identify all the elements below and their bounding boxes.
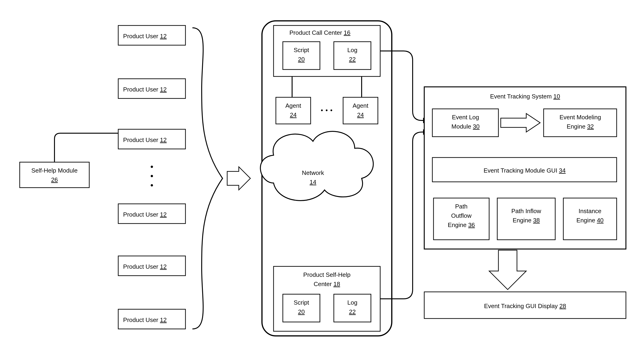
ets-label: Event Tracking System <box>490 93 552 100</box>
svg-text:Engine 38: Engine 38 <box>512 217 540 224</box>
path-outflow-label: Path <box>455 203 468 210</box>
svg-text:Event Tracking System 10: Event Tracking System 10 <box>490 93 560 100</box>
instance-engine-label: Instance <box>579 208 601 215</box>
self-help-center-label2: Center <box>314 281 332 288</box>
svg-rect-15 <box>20 162 89 188</box>
horizontal-dots: • • • <box>321 107 333 114</box>
svg-text:Engine 32: Engine 32 <box>566 123 594 130</box>
path-outflow-num: 36 <box>468 221 475 228</box>
call-center-label: Product Call Center <box>289 29 342 36</box>
product-user-box: Product User 12 <box>118 204 186 224</box>
product-user-num: 12 <box>160 211 167 218</box>
self-help-center-label: Product Self-Help <box>303 271 350 278</box>
agent-num: 24 <box>357 111 364 118</box>
svg-text:Event Tracking Module GUI 34: Event Tracking Module GUI 34 <box>484 167 566 174</box>
event-modeling-engine-label: Event Modeling <box>560 114 601 121</box>
log-label: Log <box>347 299 357 306</box>
svg-rect-19 <box>334 42 371 69</box>
product-user-label: Product User <box>123 263 158 270</box>
svg-text:Event Tracking GUI Display 28: Event Tracking GUI Display 28 <box>484 303 566 310</box>
svg-text:Engine 40: Engine 40 <box>576 217 604 224</box>
etm-gui-label: Event Tracking Module GUI <box>484 167 557 174</box>
product-user-box: Product User 12 <box>118 309 186 329</box>
svg-text:Engine 36: Engine 36 <box>448 221 475 228</box>
et-gui-display-num: 28 <box>560 303 566 310</box>
product-user-label: Product User <box>123 136 158 143</box>
script-num: 20 <box>298 56 305 63</box>
svg-point-7 <box>151 175 153 177</box>
self-help-center-box: Product Self-Help Center 18 Script 20 Lo… <box>274 266 380 331</box>
instance-engine-num: 40 <box>597 217 604 224</box>
product-user-box: Product User 12 <box>118 256 186 276</box>
svg-text:Product Call Center 16: Product Call Center 16 <box>289 29 350 36</box>
log-label: Log <box>347 46 357 53</box>
product-user-box: Product User 12 <box>118 25 186 45</box>
event-tracking-system-box: Event Tracking System 10 Event Log Modul… <box>424 87 626 249</box>
svg-rect-32 <box>544 109 617 137</box>
svg-rect-25 <box>334 294 371 322</box>
svg-text:Product User 12: Product User 12 <box>123 136 167 143</box>
svg-rect-18 <box>283 42 320 69</box>
event-log-module-label2: Module <box>451 123 471 130</box>
self-help-module-box: Self-Help Module 26 <box>20 162 89 188</box>
svg-rect-30 <box>432 109 498 137</box>
product-user-label: Product User <box>123 317 158 323</box>
product-user-box: Product User 12 <box>118 79 186 98</box>
agent-label: Agent <box>352 102 368 109</box>
event-modeling-engine-num: 32 <box>587 123 594 130</box>
product-user-num: 12 <box>160 136 167 143</box>
svg-text:Product User 12: Product User 12 <box>123 211 167 218</box>
instance-engine-label2: Engine <box>576 217 595 224</box>
product-user-label: Product User <box>123 33 158 40</box>
svg-text:Module 30: Module 30 <box>451 123 480 130</box>
block-arrow-down-icon <box>489 250 526 290</box>
script-label: Script <box>294 46 309 53</box>
svg-text:Product User 12: Product User 12 <box>123 86 167 93</box>
call-center-num: 16 <box>344 29 350 36</box>
product-user-label: Product User <box>123 86 158 93</box>
log-num: 22 <box>349 56 356 63</box>
svg-rect-24 <box>283 294 320 322</box>
diagram-canvas: Product User 12 Product User 12 Product … <box>0 0 644 347</box>
event-modeling-engine-label2: Engine <box>566 123 585 130</box>
call-center-box: Product Call Center 16 Script 20 Log 22 <box>274 25 380 76</box>
agent-label: Agent <box>285 102 301 109</box>
path-inflow-label: Path Inflow <box>512 208 541 215</box>
path-outflow-label3: Engine <box>448 221 466 228</box>
product-user-num: 12 <box>160 317 167 323</box>
ets-num: 10 <box>553 93 560 100</box>
network-label: Network <box>302 169 324 176</box>
svg-text:Product User 12: Product User 12 <box>123 33 167 40</box>
etm-gui-num: 34 <box>559 167 566 174</box>
svg-text:Center 18: Center 18 <box>314 281 340 288</box>
product-user-num: 12 <box>160 263 167 270</box>
connector-line <box>54 133 118 162</box>
agent-box: Agent 24 <box>276 97 311 124</box>
svg-point-8 <box>151 184 153 186</box>
curly-brace-icon <box>192 28 222 329</box>
log-num: 22 <box>349 308 356 315</box>
et-gui-display-label: Event Tracking GUI Display <box>484 303 558 310</box>
product-user-num: 12 <box>160 86 167 93</box>
agent-box: Agent 24 <box>343 97 378 124</box>
et-gui-display-box: Event Tracking GUI Display 28 <box>424 292 626 319</box>
svg-text:Product User 12: Product User 12 <box>123 317 167 323</box>
path-inflow-num: 38 <box>533 217 540 224</box>
script-label: Script <box>294 299 309 306</box>
svg-text:Product User 12: Product User 12 <box>123 263 167 270</box>
product-user-box: Product User 12 <box>118 129 186 149</box>
script-num: 20 <box>298 308 305 315</box>
self-help-center-num: 18 <box>333 281 340 288</box>
path-outflow-label2: Outflow <box>451 212 472 219</box>
product-user-label: Product User <box>123 211 158 218</box>
vertical-dots-icon <box>151 166 153 186</box>
product-user-num: 12 <box>160 33 167 40</box>
agent-num: 24 <box>290 111 297 118</box>
block-arrow-icon <box>227 167 250 190</box>
svg-rect-21 <box>343 97 378 124</box>
svg-rect-20 <box>276 97 311 124</box>
self-help-module-num: 26 <box>51 176 58 183</box>
event-log-module-num: 30 <box>473 123 480 130</box>
event-log-module-label: Event Log <box>452 114 479 121</box>
self-help-module-label: Self-Help Module <box>31 167 78 174</box>
